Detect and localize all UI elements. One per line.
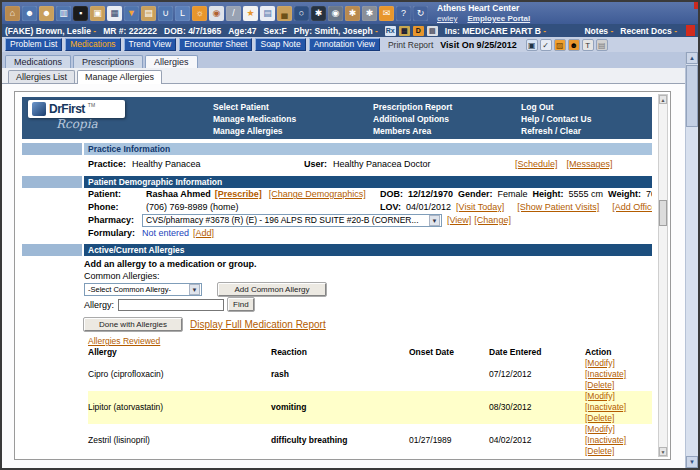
chart-icon[interactable]: ▥ xyxy=(56,6,71,21)
patient-physician[interactable]: Phy: Smith, Joseph xyxy=(294,26,378,36)
modify-link[interactable]: [Modify] xyxy=(585,391,615,401)
check-icon[interactable]: ✓ xyxy=(540,39,552,51)
prescribe-link[interactable]: [Prescribe] xyxy=(215,188,262,201)
tab-prescriptions[interactable]: Prescriptions xyxy=(73,55,143,68)
allergy-search-input[interactable] xyxy=(118,299,224,311)
syringe-icon[interactable]: / xyxy=(226,6,241,21)
scroll-down-arrow[interactable]: ▼ xyxy=(659,447,667,456)
settings-icon[interactable]: ✱ xyxy=(362,6,377,21)
notes-menu[interactable]: Notes xyxy=(584,26,613,36)
wheel-icon[interactable]: ✱ xyxy=(311,6,326,21)
employee-portal-link[interactable]: Employee Portal xyxy=(467,14,530,23)
modify-link[interactable]: [Modify] xyxy=(585,424,615,434)
save-icon[interactable]: ▣ xyxy=(526,39,538,51)
gear-icon[interactable]: ✱ xyxy=(345,6,360,21)
help-icon[interactable]: ? xyxy=(396,6,411,21)
delete-link[interactable]: [Delete] xyxy=(585,413,614,423)
home-icon[interactable]: ⌂ xyxy=(5,6,20,21)
annotation-view-button[interactable]: Annotation View xyxy=(309,38,380,51)
delete-link[interactable]: [Delete] xyxy=(585,380,614,390)
window-scroll-up-arrow[interactable]: ▲ xyxy=(686,52,698,64)
drfirst-logo[interactable]: DrFirst TM Rcopia xyxy=(28,100,213,136)
subtab-allergies-list[interactable]: Allergies List xyxy=(8,70,75,83)
pills-icon[interactable]: ◉ xyxy=(209,6,224,21)
log-out-link[interactable]: Log Out xyxy=(521,101,646,113)
user-link[interactable]: ewley xyxy=(437,14,457,23)
filter-icon[interactable]: ▼ xyxy=(124,6,139,21)
schedule-link[interactable]: [Schedule] xyxy=(515,159,558,169)
scroll-thumb[interactable] xyxy=(659,200,667,226)
pharmacy-change-link[interactable]: [Change] xyxy=(474,214,511,227)
print-report-link[interactable]: Print Report xyxy=(388,40,433,50)
additional-options-link[interactable]: Additional Options xyxy=(373,113,521,125)
formulary-add-link[interactable]: [Add] xyxy=(193,227,214,240)
visit-today-link[interactable]: [Visit Today] xyxy=(456,201,504,214)
members-area-link[interactable]: Members Area xyxy=(373,125,521,137)
inactivate-link[interactable]: [Inactivate] xyxy=(585,435,626,445)
display-full-medication-report-link[interactable]: Display Full Medication Report xyxy=(190,319,326,330)
refresh-clear-link[interactable]: Refresh / Clear xyxy=(521,125,646,137)
printer-icon[interactable]: ▄ xyxy=(277,6,292,21)
chart-mini-icon[interactable]: ▩ xyxy=(399,26,410,36)
encounter-sheet-button[interactable]: Encounter Sheet xyxy=(179,38,252,51)
soap-note-button[interactable]: Soap Note xyxy=(255,38,305,51)
terminal-icon[interactable]: ▪ xyxy=(73,6,88,21)
camera-icon[interactable]: ◉ xyxy=(328,6,343,21)
docs-mini-icon[interactable]: ▤ xyxy=(427,26,438,36)
d-flag-icon[interactable]: D xyxy=(413,26,424,36)
ortho-icon[interactable]: L xyxy=(175,6,190,21)
frame-scrollbar[interactable]: ▲ ▼ xyxy=(658,94,668,457)
rx-icon[interactable]: Rx xyxy=(385,26,396,36)
text-tool-icon[interactable]: T xyxy=(582,39,594,51)
manage-allergies-link[interactable]: Manage Allergies xyxy=(213,125,373,137)
scroll-up-arrow[interactable]: ▲ xyxy=(659,95,667,104)
select-patient-link[interactable]: Select Patient xyxy=(213,101,373,113)
problem-list-button[interactable]: Problem List xyxy=(5,38,62,51)
alert-marker[interactable] xyxy=(686,25,695,36)
calendar-icon[interactable]: ▦ xyxy=(107,6,122,21)
inactivate-link[interactable]: [Inactivate] xyxy=(585,402,626,412)
add-common-allergy-button[interactable]: Add Common Allergy xyxy=(218,283,326,296)
modify-link[interactable]: [Modify] xyxy=(585,358,615,368)
patient-icon[interactable]: ☻ xyxy=(22,6,37,21)
manage-medications-link[interactable]: Manage Medications xyxy=(213,113,373,125)
patient-name[interactable]: (FAKE) Brown, Leslie xyxy=(5,26,96,36)
pharmacy-view-link[interactable]: [View] xyxy=(447,214,471,227)
show-patient-visits-link[interactable]: [Show Patient Visits] xyxy=(517,201,599,214)
add-office-visit-link[interactable]: [Add Office Visit] xyxy=(612,201,652,214)
form-icon[interactable]: ▤ xyxy=(260,6,275,21)
messages-link[interactable]: [Messages] xyxy=(567,159,613,169)
common-allergy-select[interactable]: -Select Common Allergy- ▼ xyxy=(84,283,202,296)
patient-insurance[interactable]: Ins: MEDICARE PART B xyxy=(445,26,546,36)
done-with-allergies-button[interactable]: Done with Allergies xyxy=(84,318,182,331)
mail-icon[interactable]: ✉ xyxy=(379,6,394,21)
window-scroll-down-arrow[interactable]: ▼ xyxy=(686,456,698,468)
tab-medications[interactable]: Medications xyxy=(5,55,71,68)
delete-link[interactable]: [Delete] xyxy=(585,446,614,456)
physician-icon[interactable]: ☻ xyxy=(39,6,54,21)
allergies-reviewed-link[interactable]: Allergies Reviewed xyxy=(88,336,160,346)
scroll-track[interactable] xyxy=(659,104,667,447)
trend-view-button[interactable]: Trend View xyxy=(124,38,177,51)
stethoscope-icon[interactable]: ∪ xyxy=(158,6,173,21)
help-contact-link[interactable]: Help / Contact Us xyxy=(521,113,646,125)
clock-icon[interactable]: ○ xyxy=(294,6,309,21)
window-scrollbar[interactable]: ▲ ▼ xyxy=(685,52,698,468)
sun-icon[interactable]: ☼ xyxy=(192,6,207,21)
window-scroll-track[interactable] xyxy=(686,64,698,456)
power-icon[interactable]: ↻ xyxy=(413,6,428,21)
pharmacy-select[interactable]: CVS/pharmacy #3678 (R) (E) - 196 ALPS RD… xyxy=(142,214,442,227)
tab-allergies[interactable]: Allergies xyxy=(145,55,198,68)
change-demographics-link[interactable]: [Change Demographics] xyxy=(269,188,366,201)
recent-docs-menu[interactable]: Recent Docs xyxy=(620,26,677,36)
prescription-report-link[interactable]: Prescription Report xyxy=(373,101,521,113)
clipboard-icon[interactable]: ▤ xyxy=(141,6,156,21)
inactivate-link[interactable]: [Inactivate] xyxy=(585,369,626,379)
window-scroll-thumb[interactable] xyxy=(686,65,698,127)
find-button[interactable]: Find xyxy=(228,298,254,311)
folder-icon[interactable]: ▨ xyxy=(554,39,566,51)
medications-button[interactable]: Medications xyxy=(65,38,120,51)
new-document-icon[interactable]: ★ xyxy=(243,6,258,21)
alert-icon[interactable]: ☻ xyxy=(568,39,580,51)
subtab-manage-allergies[interactable]: Manage Allergies xyxy=(77,70,162,84)
